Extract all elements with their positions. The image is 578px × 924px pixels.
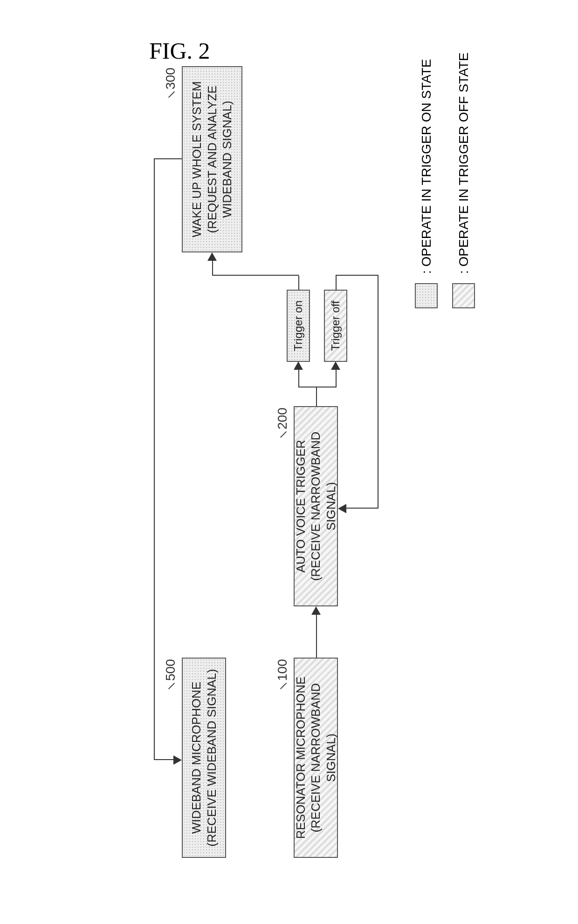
arrow-resonator-to-trigger (316, 613, 317, 658)
refnum-500: 500 (163, 659, 178, 681)
arrow-on-to-wake-h2 (212, 259, 213, 276)
arrow-to-trigger-off (336, 369, 337, 387)
arrow-to-trigger-off-tip (331, 361, 340, 370)
legend-swatch-on (415, 283, 438, 308)
arrow-on-to-wake-h1 (298, 276, 299, 290)
refnum-100: 100 (275, 659, 290, 681)
trigger-off-block: Trigger off (324, 290, 347, 362)
arrow-off-loop-v1 (336, 275, 378, 276)
arrow-wake-to-wide-tip (173, 755, 182, 765)
resonator-microphone-subtitle: (RECEIVE NARROWBAND SIGNAL) (308, 663, 338, 852)
arrow-off-loop-v2 (346, 508, 378, 509)
arrow-resonator-to-trigger-tip (311, 606, 321, 615)
auto-voice-trigger-block: AUTO VOICE TRIGGER (RECEIVE NARROWBAND S… (294, 406, 338, 606)
arrow-off-loop-h2 (378, 275, 378, 509)
refnum-300: 300 (163, 68, 178, 89)
refnum-leader-200 (280, 431, 287, 438)
auto-voice-trigger-title: AUTO VOICE TRIGGER (293, 440, 309, 572)
wake-up-subtitle: (REQUEST AND ANALYZE WIDEBAND SIGNAL) (205, 86, 235, 233)
arrow-to-trigger-on-tip (294, 361, 303, 370)
arrow-wake-to-wide-v1 (154, 158, 182, 159)
resonator-microphone-block: RESONATOR MICROPHONE (RECEIVE NARROWBAND… (294, 658, 338, 858)
legend-trigger-off: : OPERATE IN TRIGGER OFF STATE (452, 52, 475, 308)
refnum-leader-300 (168, 91, 175, 98)
wideband-microphone-block: WIDEBAND MICROPHONE (RECEIVE WIDEBAND SI… (182, 658, 226, 858)
trigger-on-block: Trigger on (287, 290, 310, 362)
arrow-on-to-wake-v (212, 275, 299, 276)
arrow-wake-to-wide-h (154, 158, 155, 760)
arrow-trigger-branch-v (298, 387, 336, 387)
auto-voice-trigger-subtitle: (RECEIVE NARROWBAND SIGNAL) (308, 412, 338, 601)
trigger-off-label: Trigger off (329, 300, 343, 351)
wideband-microphone-title: WIDEBAND MICROPHONE (189, 682, 204, 834)
wake-up-title: WAKE UP WHOLE SYSTEM (189, 81, 205, 237)
diagram-canvas: WIDEBAND MICROPHONE (RECEIVE WIDEBAND SI… (33, 43, 545, 881)
legend-swatch-off (452, 283, 475, 308)
arrow-off-loop-h1 (336, 276, 337, 290)
refnum-200: 200 (275, 408, 290, 429)
legend-label-off: : OPERATE IN TRIGGER OFF STATE (456, 52, 471, 274)
legend-label-on: : OPERATE IN TRIGGER ON STATE (419, 59, 434, 274)
arrow-off-loop-tip (338, 504, 346, 513)
page: FIG. 2 WIDEBAND MICROPHONE (RECEIVE WIDE… (0, 0, 578, 924)
arrow-on-to-wake-tip (207, 252, 217, 261)
arrow-to-trigger-on (298, 369, 299, 387)
trigger-on-label: Trigger on (291, 300, 305, 351)
legend-trigger-on: : OPERATE IN TRIGGER ON STATE (415, 59, 438, 308)
resonator-microphone-title: RESONATOR MICROPHONE (293, 677, 309, 839)
wake-up-block: WAKE UP WHOLE SYSTEM (REQUEST AND ANALYZ… (182, 66, 242, 252)
refnum-leader-100 (280, 683, 287, 689)
arrow-trigger-out (316, 387, 317, 406)
refnum-leader-500 (168, 683, 175, 689)
wideband-microphone-subtitle: (RECEIVE WIDEBAND SIGNAL) (204, 669, 220, 846)
arrow-wake-to-wide-v2 (154, 759, 175, 760)
